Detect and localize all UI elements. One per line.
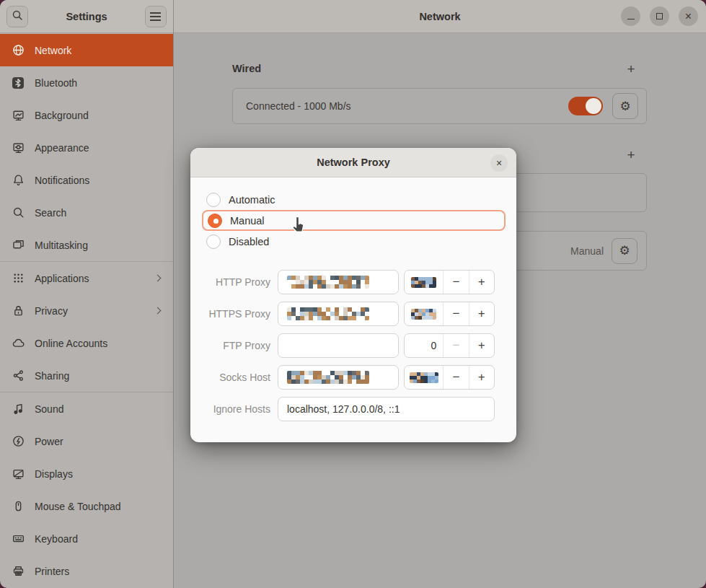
http-proxy-input[interactable] [278, 270, 399, 294]
sidebar-item-multitasking[interactable]: Multitasking [0, 229, 173, 261]
menu-button[interactable] [145, 6, 167, 27]
sidebar-item-label: Notifications [35, 175, 163, 186]
sidebar-item-keyboard[interactable]: Keyboard [0, 522, 173, 555]
sidebar-item-label: Multitasking [35, 240, 163, 251]
network-proxy-dialog: Network Proxy × Automatic Manual Disable… [190, 148, 516, 442]
socks-host-row: Socks Host − + [190, 365, 495, 390]
radio-checked-icon[interactable] [208, 214, 222, 228]
maximize-button[interactable] [650, 6, 669, 26]
proxy-settings-button[interactable]: ⚙ [612, 238, 637, 264]
ftp-proxy-input[interactable] [278, 333, 399, 358]
sidebar-item-label: Network [35, 45, 163, 56]
http-port-spinner[interactable]: − + [404, 270, 495, 294]
add-wired-button[interactable]: + [623, 61, 639, 77]
chevron-right-icon [154, 275, 162, 282]
close-icon: × [496, 157, 502, 169]
increment-button[interactable]: + [469, 302, 494, 325]
sidebar-item-label: Background [35, 110, 163, 121]
option-manual[interactable]: Manual [202, 210, 506, 231]
sidebar-item-power[interactable]: Power [0, 425, 173, 457]
sidebar-title: Settings [66, 11, 107, 22]
sidebar-item-label: Bluetooth [35, 77, 163, 89]
decrement-button[interactable]: − [443, 271, 468, 294]
sidebar-item-applications[interactable]: Applications [0, 262, 173, 294]
sidebar-item-printers[interactable]: Printers [0, 555, 173, 587]
http-proxy-row: HTTP Proxy − + [190, 270, 495, 294]
https-port-spinner[interactable]: − + [404, 302, 495, 326]
https-proxy-input[interactable] [278, 302, 399, 326]
mouse-icon [12, 500, 25, 513]
ftp-proxy-row: FTP Proxy 0 − + [190, 333, 495, 358]
sidebar-item-label: Mouse & Touchpad [35, 501, 163, 512]
sidebar-item-displays[interactable]: Displays [0, 457, 173, 490]
sidebar-item-privacy[interactable]: Privacy [0, 294, 173, 327]
maximize-icon [656, 13, 663, 19]
radio-unchecked-icon[interactable] [206, 193, 221, 207]
option-label: Disabled [229, 236, 269, 247]
sidebar-item-label: Keyboard [35, 533, 163, 545]
close-button[interactable]: × [679, 6, 698, 26]
increment-button[interactable]: + [469, 334, 494, 357]
ignore-hosts-label: Ignore Hosts [190, 403, 274, 415]
sidebar-item-label: Applications [35, 273, 145, 284]
sidebar-item-bluetooth[interactable]: Bluetooth [0, 66, 173, 99]
chevron-right-icon [154, 307, 162, 315]
ignore-hosts-value[interactable] [287, 403, 494, 415]
option-label: Automatic [229, 194, 275, 206]
ignore-hosts-input[interactable] [278, 397, 495, 421]
sidebar-item-label: Search [35, 207, 163, 219]
appearance-icon [12, 141, 25, 154]
main-headerbar: Network × [174, 0, 706, 33]
app-grid-icon [12, 272, 25, 285]
toggle-knob [586, 98, 601, 114]
connection-status: Connected - 1000 Mb/s [246, 100, 351, 112]
ftp-port-spinner[interactable]: 0 − + [404, 333, 495, 358]
plus-icon: + [627, 147, 635, 163]
wired-section-title: Wired [232, 63, 261, 74]
sidebar-item-label: Privacy [35, 305, 145, 317]
sidebar-item-appearance[interactable]: Appearance [0, 131, 173, 164]
close-icon: × [685, 11, 692, 22]
sidebar-item-mouse[interactable]: Mouse & Touchpad [0, 490, 173, 522]
sidebar-item-label: Power [35, 436, 163, 447]
dialog-close-button[interactable]: × [490, 154, 508, 172]
search-icon [12, 206, 25, 219]
decrement-button[interactable]: − [443, 302, 468, 325]
search-button[interactable] [6, 6, 28, 27]
sidebar-item-online-accounts[interactable]: Online Accounts [0, 327, 173, 359]
sidebar-item-label: Sound [35, 403, 163, 415]
sidebar-item-network[interactable]: Network [0, 34, 173, 66]
ftp-proxy-label: FTP Proxy [190, 340, 274, 351]
decrement-button[interactable]: − [443, 366, 468, 389]
minimize-button[interactable] [621, 6, 640, 26]
increment-button[interactable]: + [469, 271, 494, 294]
wired-toggle[interactable] [568, 97, 603, 115]
sidebar-item-label: Printers [35, 566, 163, 577]
sidebar-item-notifications[interactable]: Notifications [0, 164, 173, 196]
dialog-title: Network Proxy [317, 157, 390, 168]
sidebar: Settings Network Bluetooth [0, 0, 174, 588]
windows-icon [12, 239, 25, 252]
minimize-icon [627, 19, 635, 20]
ignore-hosts-row: Ignore Hosts [190, 397, 495, 421]
sidebar-item-search[interactable]: Search [0, 196, 173, 229]
decrement-button[interactable]: − [443, 334, 468, 357]
hamburger-icon [150, 16, 161, 17]
monitor-icon [12, 468, 25, 481]
radio-unchecked-icon[interactable] [206, 234, 221, 249]
option-automatic[interactable]: Automatic [202, 190, 506, 209]
socks-host-input[interactable] [278, 365, 399, 390]
add-vpn-button[interactable]: + [623, 147, 639, 163]
globe-icon [12, 44, 25, 57]
https-proxy-label: HTTPS Proxy [190, 308, 274, 320]
sidebar-item-background[interactable]: Background [0, 99, 173, 131]
socks-port-spinner[interactable]: − + [404, 365, 495, 390]
redacted-value [287, 371, 369, 384]
option-disabled[interactable]: Disabled [202, 232, 506, 251]
keyboard-icon [12, 532, 25, 545]
search-icon [12, 9, 23, 24]
increment-button[interactable]: + [469, 366, 494, 389]
sidebar-item-sound[interactable]: Sound [0, 392, 173, 425]
sidebar-item-sharing[interactable]: Sharing [0, 359, 173, 392]
wired-settings-button[interactable]: ⚙ [612, 93, 638, 119]
